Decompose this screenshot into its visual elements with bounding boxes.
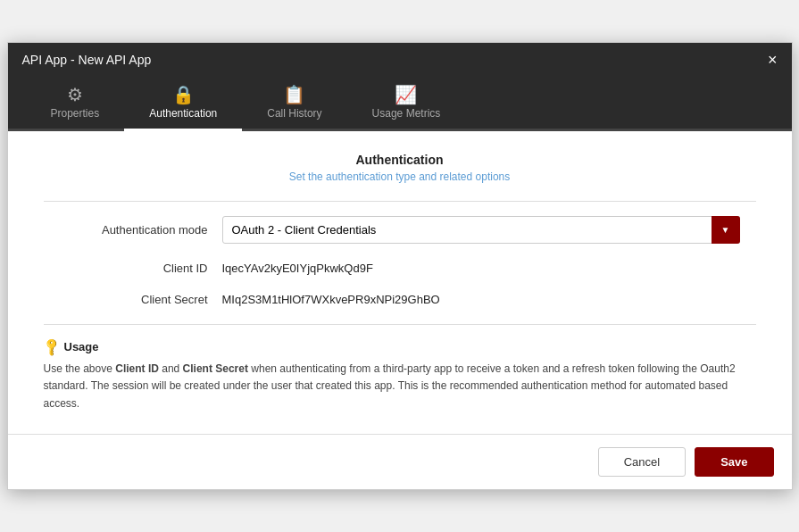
modal-body: Authentication Set the authentication ty… bbox=[8, 131, 792, 434]
client-id-value: IqecYAv2kyE0IYjqPkwkQd9F bbox=[222, 262, 373, 275]
modal: API App - New API App × ⚙ Properties 🔒 A… bbox=[7, 42, 793, 490]
key-icon: 🔑 bbox=[40, 337, 61, 357]
lock-icon: 🔒 bbox=[172, 86, 195, 104]
cancel-button[interactable]: Cancel bbox=[598, 447, 686, 477]
usage-title: 🔑 Usage bbox=[44, 339, 756, 353]
modal-close-button[interactable]: × bbox=[768, 52, 778, 68]
chart-icon: 📈 bbox=[395, 86, 417, 104]
gear-icon: ⚙ bbox=[67, 86, 83, 104]
auth-mode-row: Authentication mode OAuth 2 - Client Cre… bbox=[44, 216, 756, 244]
section-subtitle: Set the authentication type and related … bbox=[44, 170, 756, 183]
usage-text: Use the above Client ID and Client Secre… bbox=[44, 361, 756, 412]
usage-section: 🔑 Usage Use the above Client ID and Clie… bbox=[44, 339, 756, 412]
save-button[interactable]: Save bbox=[695, 447, 773, 477]
tab-properties-label: Properties bbox=[51, 107, 100, 120]
section-title: Authentication bbox=[44, 153, 756, 167]
tab-call-history[interactable]: 📋 Call History bbox=[242, 77, 346, 131]
modal-title: API App - New API App bbox=[22, 53, 152, 67]
auth-mode-label: Authentication mode bbox=[44, 223, 222, 237]
divider-bottom bbox=[44, 324, 756, 325]
history-icon: 📋 bbox=[283, 86, 305, 104]
tab-usage-metrics[interactable]: 📈 Usage Metrics bbox=[347, 77, 466, 131]
divider-top bbox=[44, 201, 756, 202]
modal-footer: Cancel Save bbox=[8, 434, 792, 489]
auth-mode-select-wrapper: OAuth 2 - Client Credentials bbox=[222, 216, 740, 244]
client-id-label: Client ID bbox=[44, 262, 222, 275]
client-secret-value: MIq2S3M1tHlOf7WXkvePR9xNPi29GhBO bbox=[222, 293, 440, 306]
modal-header: API App - New API App × bbox=[8, 43, 792, 77]
client-secret-row: Client Secret MIq2S3M1tHlOf7WXkvePR9xNPi… bbox=[44, 293, 756, 306]
tab-properties[interactable]: ⚙ Properties bbox=[26, 77, 125, 131]
auth-mode-select[interactable]: OAuth 2 - Client Credentials bbox=[222, 216, 740, 244]
tab-bar: ⚙ Properties 🔒 Authentication 📋 Call His… bbox=[8, 77, 792, 131]
client-id-row: Client ID IqecYAv2kyE0IYjqPkwkQd9F bbox=[44, 262, 756, 275]
tab-usage-metrics-label: Usage Metrics bbox=[372, 107, 441, 120]
tab-authentication-label: Authentication bbox=[149, 107, 217, 120]
tab-call-history-label: Call History bbox=[267, 107, 321, 120]
client-secret-label: Client Secret bbox=[44, 293, 222, 306]
tab-authentication[interactable]: 🔒 Authentication bbox=[124, 77, 242, 131]
